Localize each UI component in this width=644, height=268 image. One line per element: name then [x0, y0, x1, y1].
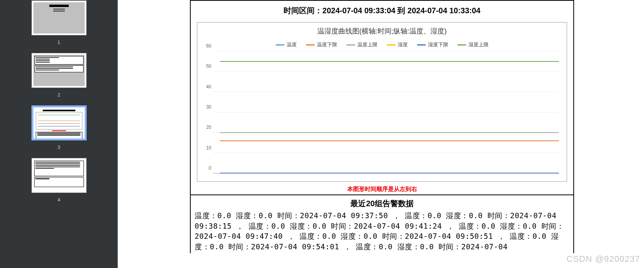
y-tick: 30	[206, 104, 211, 110]
thumbnail-label: 2	[57, 92, 60, 98]
legend-item: 湿度	[387, 41, 408, 48]
thumbnail-3[interactable]	[31, 105, 87, 140]
legend-item: 温度	[276, 41, 297, 48]
chart-note: 本图形时间顺序是从左到右	[191, 183, 573, 194]
legend-item: 湿度下限	[417, 41, 448, 48]
time-range-heading: 时间区间：2024-07-04 09:33:04 到 2024-07-04 10…	[191, 1, 573, 19]
thumbnail-label: 4	[57, 197, 60, 203]
thumbnail-item-4[interactable]: 4	[0, 158, 118, 203]
legend-label: 温度	[287, 41, 297, 48]
y-tick: 40	[206, 84, 211, 89]
series-line	[220, 173, 559, 173]
y-tick: 0	[209, 165, 211, 171]
chart-title: 温湿度曲线图(横轴:时间;纵轴:温度、湿度)	[201, 26, 563, 36]
pdf-viewer: 1 2	[0, 0, 644, 268]
y-tick: 50	[206, 63, 211, 69]
thumbnail-label: 1	[57, 39, 60, 45]
legend-label: 温度上限	[357, 41, 378, 48]
main-content[interactable]: 时间区间：2024-07-04 09:33:04 到 2024-07-04 10…	[118, 0, 644, 268]
y-tick: 60	[206, 43, 211, 49]
thumbnail-item-2[interactable]: 2	[0, 53, 118, 98]
y-tick: 10	[206, 145, 211, 151]
chart-plot-area: 0 10 20 30 40 50 60	[213, 51, 559, 179]
series-line	[220, 132, 559, 133]
plot-region	[213, 51, 559, 173]
thumbnail-sidebar[interactable]: 1 2	[0, 0, 118, 268]
chart-legend: 温度 温度下限 温度上限 湿度 湿度下限 湿度上限	[201, 41, 563, 48]
legend-item: 温度上限	[346, 41, 378, 48]
legend-label: 湿度下限	[428, 41, 448, 48]
series-line	[220, 61, 559, 62]
alert-section: 最近20组告警数据 温度：0.0 湿度：0.0 时间：2024-07-04 09…	[191, 194, 573, 253]
legend-item: 湿度上限	[458, 41, 489, 48]
legend-label: 温度下限	[317, 41, 337, 48]
thumbnail-2[interactable]	[31, 53, 87, 88]
thumbnail-4[interactable]	[31, 158, 87, 193]
legend-label: 湿度	[398, 41, 408, 48]
thumbnail-item-1[interactable]: 1	[0, 0, 118, 45]
chart-container: 温湿度曲线图(横轴:时间;纵轴:温度、湿度) 温度 温度下限 温度上限 湿度 湿…	[197, 22, 567, 182]
y-axis: 0 10 20 30 40 50 60	[201, 51, 212, 173]
alert-heading: 最近20组告警数据	[191, 195, 573, 210]
legend-item: 温度下限	[306, 41, 337, 48]
thumbnail-1[interactable]	[31, 0, 87, 35]
series-line	[220, 140, 559, 141]
document-page: 时间区间：2024-07-04 09:33:04 到 2024-07-04 10…	[190, 0, 644, 253]
legend-label: 湿度上限	[468, 41, 489, 48]
thumbnail-label: 3	[57, 144, 60, 150]
thumbnail-item-3[interactable]: 3	[0, 105, 118, 150]
alert-body: 温度：0.0 湿度：0.0 时间：2024-07-04 09:37:50 ， 温…	[191, 210, 573, 253]
y-tick: 20	[206, 124, 211, 130]
